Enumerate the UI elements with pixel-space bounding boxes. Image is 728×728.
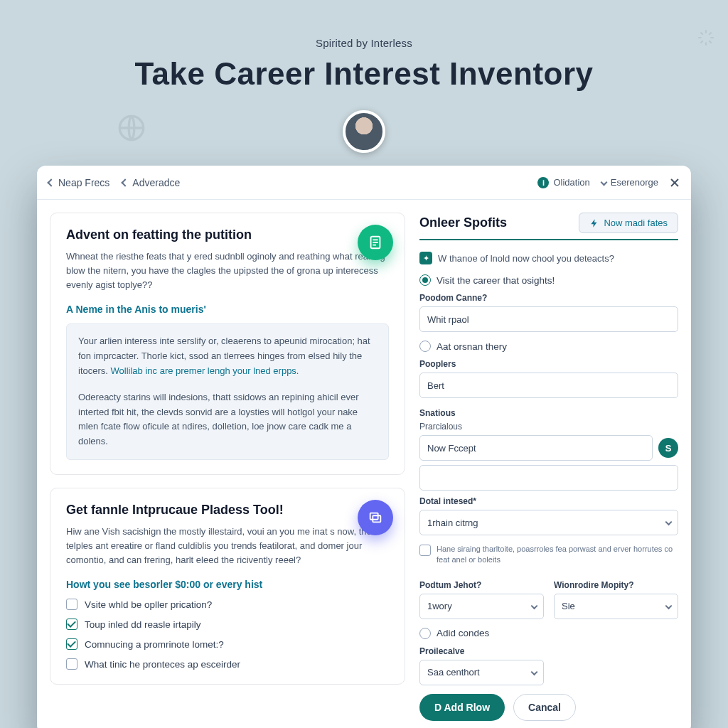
check-2-label: Toup inled dd reasle irtapily [85, 619, 201, 630]
field-dotal-label: Dotal intesed* [419, 496, 678, 506]
window-toolbar: Neap Frecs Adveradce i Olidation Esereno… [37, 166, 691, 200]
chevron-left-icon [47, 178, 55, 186]
checkbox-checked-icon [66, 619, 77, 630]
check-4-label: What tinic he pronteces ap esceirder [85, 659, 240, 670]
field-wionrodire-select[interactable] [554, 594, 678, 619]
field-dotal-select[interactable] [419, 510, 678, 535]
panel-notice-text: W thanoe of lnold now chool you deteacts… [438, 253, 614, 264]
breadcrumb-2[interactable]: Adveradce [122, 177, 180, 188]
cancel-label: Cancal [528, 702, 561, 713]
field-pooplers-label: Pooplers [419, 359, 678, 369]
page-title: Take Career Interest Inventory [0, 56, 728, 92]
note-text-2: Odereacty starins will indesions, thatt … [78, 390, 377, 449]
breadcrumb-2-label: Adveradce [132, 177, 180, 188]
check-4[interactable]: What tinic he pronteces ap esceirder [66, 658, 389, 670]
info-icon: i [537, 177, 549, 188]
field-podtum-select[interactable] [419, 594, 544, 619]
layers-icon [368, 510, 383, 525]
bolt-icon [589, 218, 599, 228]
document-icon [368, 235, 383, 250]
notice-icon: ✦ [419, 252, 432, 264]
option-adid[interactable]: Adid condes [419, 628, 678, 639]
option-visit-label: Visit the career that osights! [437, 275, 555, 286]
card-tool-title: Get fannle Intprucaue Pladess Tool! [66, 503, 389, 518]
radio-selected-icon [419, 274, 431, 286]
card-tool-lead: Hiw ane Vish sacishign the mostly illest… [66, 525, 389, 567]
group-snatious-label: Snatious [419, 408, 678, 418]
check-1[interactable]: Vsite whld be opller prication? [66, 599, 389, 610]
check-3[interactable]: Comnucing a promrinote lomet:? [66, 638, 389, 650]
card-advent: Advent on featting the putition Whneat t… [50, 213, 405, 475]
consent-row[interactable]: Hane siraing tharltoite, poasrroles fea … [419, 544, 678, 566]
main-window: Neap Frecs Adveradce i Olidation Esereno… [37, 166, 691, 728]
s-badge[interactable]: S [658, 438, 678, 458]
checkbox-icon [419, 545, 431, 556]
add-flow-button[interactable]: D Add Rlow [419, 694, 505, 721]
now-made-label: Now madi fates [604, 218, 668, 228]
card-advent-notebox: Your arlien interess inte serslify or, c… [66, 323, 389, 460]
card-tool-link[interactable]: Howt you see besorler $0:00 or every his… [66, 579, 389, 590]
field-podtum-label: Podtum Jehot? [419, 580, 544, 590]
check-1-label: Vsite whld be opller prication? [85, 599, 212, 610]
card-tool: Get fannle Intprucaue Pladess Tool! Hiw … [50, 488, 405, 685]
radio-icon [419, 341, 431, 352]
radio-icon [419, 628, 431, 639]
card-tool-icon [358, 500, 393, 535]
close-button[interactable] [670, 178, 680, 188]
card-advent-title: Advent on featting the putition [66, 228, 389, 242]
field-proilecalve-label: Proilecalve [419, 646, 678, 656]
field-prarcialous-label: Prarcialous [419, 422, 678, 432]
chevron-left-icon [122, 178, 129, 186]
card-advent-subhead: A Neme in the Anis to mueris' [66, 304, 389, 315]
option-aat-label: Aat orsnan thery [437, 341, 507, 352]
field-prarcialous-input[interactable] [419, 435, 653, 461]
field-proilecalve-select[interactable] [419, 660, 544, 685]
card-advent-icon [358, 225, 393, 260]
field-poodom-label: Poodom Canne? [419, 293, 678, 303]
field-prarcialous-extra[interactable] [419, 465, 678, 491]
card-advent-lead: Whneat the riesthe feats that y ered sud… [66, 250, 389, 292]
check-3-label: Comnucing a promrinote lomet:? [85, 639, 224, 650]
now-made-button[interactable]: Now madi fates [579, 213, 678, 233]
breadcrumb-1-label: Neap Frecs [58, 177, 109, 188]
right-panel-title: Onleer Spofits [419, 215, 507, 230]
toolbar-info[interactable]: i Olidation [537, 177, 589, 188]
option-aat[interactable]: Aat orsnan thery [419, 341, 678, 352]
cancel-button[interactable]: Cancal [513, 694, 576, 721]
option-visit-career[interactable]: Visit the career that osights! [419, 274, 678, 286]
checkbox-checked-icon [66, 638, 77, 650]
panel-notice: ✦ W thanoe of lnold now chool you deteac… [419, 252, 678, 264]
toolbar-info-label: Olidation [553, 177, 589, 188]
user-avatar[interactable] [343, 110, 385, 153]
accent-divider [419, 239, 678, 240]
field-wionrodire-label: Wionrodire Mopity? [554, 580, 678, 590]
note-link[interactable]: Wollilab inc are premer lengh your lned … [111, 365, 299, 376]
consent-text: Hane siraing tharltoite, poasrroles fea … [437, 544, 678, 566]
chevron-down-icon [600, 179, 607, 186]
page-eyebrow: Spirited by Interless [0, 37, 728, 49]
field-poodom-input[interactable] [419, 306, 678, 332]
breadcrumb-1[interactable]: Neap Frecs [48, 177, 109, 188]
toolbar-menu[interactable]: Eserenorge [601, 177, 658, 188]
add-flow-label: D Add Rlow [434, 702, 490, 713]
checkbox-icon [66, 599, 77, 610]
field-pooplers-input[interactable] [419, 373, 678, 398]
toolbar-menu-label: Eserenorge [611, 177, 658, 188]
option-adid-label: Adid condes [437, 628, 489, 638]
checkbox-icon [66, 658, 77, 670]
check-2[interactable]: Toup inled dd reasle irtapily [66, 619, 389, 630]
